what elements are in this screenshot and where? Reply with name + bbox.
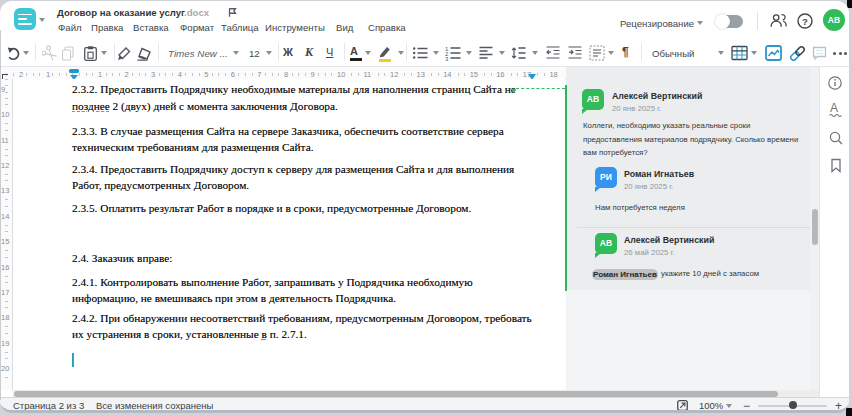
svg-text:3: 3 bbox=[445, 56, 449, 61]
svg-text:A: A bbox=[830, 101, 838, 115]
svg-text:?: ? bbox=[802, 16, 808, 27]
